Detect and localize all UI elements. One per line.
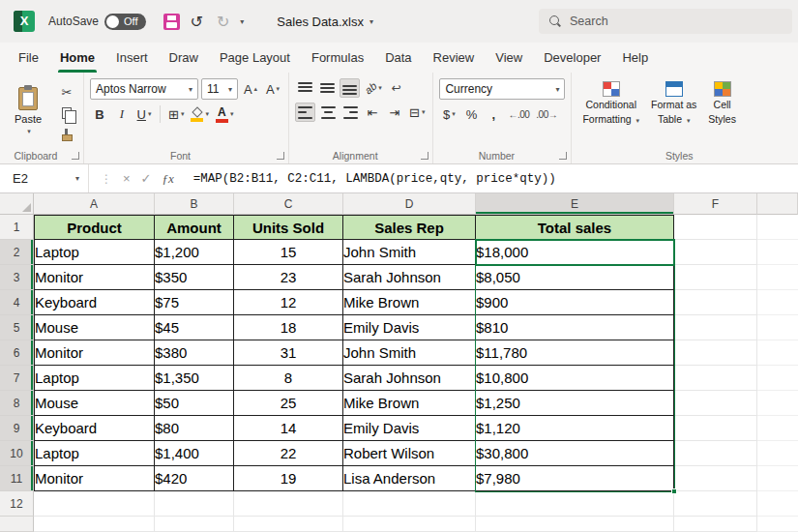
cell[interactable]	[674, 340, 757, 366]
cell[interactable]	[674, 441, 757, 466]
fill-handle[interactable]	[671, 488, 677, 494]
cell[interactable]: 14	[234, 416, 343, 441]
column-header-d[interactable]: D	[343, 193, 476, 215]
cell[interactable]: $80	[155, 416, 234, 441]
cell[interactable]: $1,200	[155, 240, 234, 265]
cell[interactable]: 12	[234, 290, 343, 315]
cell[interactable]: Keyboard	[34, 290, 155, 315]
cell[interactable]: $380	[155, 340, 234, 366]
cell[interactable]: 8	[234, 366, 343, 391]
decrease-indent-button[interactable]: ⇤	[363, 103, 382, 122]
cell[interactable]	[234, 491, 343, 517]
paste-button[interactable]: Paste ▾	[6, 78, 50, 144]
row-header[interactable]: 9	[0, 416, 34, 441]
cell[interactable]: Laptop	[34, 240, 155, 265]
cell[interactable]	[757, 517, 798, 532]
cell[interactable]	[155, 491, 234, 517]
undo-icon[interactable]: ↺	[188, 13, 206, 31]
cell[interactable]: $1,250	[476, 391, 674, 416]
cell[interactable]: Sarah Johnson	[343, 366, 476, 391]
underline-button[interactable]: U▾	[134, 104, 154, 124]
formula-input[interactable]: =MAP(B2:B11, C2:C11, LAMBDA(price,qty, p…	[186, 172, 556, 186]
row-header[interactable]	[0, 517, 34, 532]
cell[interactable]	[757, 240, 798, 265]
row-header[interactable]: 5	[0, 315, 34, 340]
cell[interactable]: Mouse	[34, 391, 155, 416]
cell[interactable]	[757, 441, 798, 466]
row-header[interactable]: 10	[0, 441, 34, 466]
accounting-format-button[interactable]: $▾	[439, 104, 458, 124]
tab-insert[interactable]: Insert	[105, 43, 159, 73]
cell[interactable]: $7,980	[476, 466, 674, 491]
bold-button[interactable]: B	[90, 104, 109, 124]
row-header[interactable]: 7	[0, 366, 34, 391]
redo-icon[interactable]: ↻	[214, 13, 232, 31]
cell[interactable]	[34, 491, 155, 517]
cell[interactable]: Monitor	[34, 466, 155, 491]
cell[interactable]: Total sales	[476, 215, 674, 240]
align-right-button[interactable]	[340, 103, 360, 122]
cell[interactable]	[674, 491, 757, 517]
cell[interactable]	[757, 366, 798, 391]
excel-app-icon[interactable]: X	[14, 11, 35, 32]
cell[interactable]: 25	[234, 391, 343, 416]
cell[interactable]: Units Sold	[234, 215, 343, 240]
search-box[interactable]: Search	[539, 9, 792, 34]
cell[interactable]: 23	[234, 265, 343, 290]
cell[interactable]: $8,050	[476, 265, 674, 290]
merge-center-button[interactable]: ⊟▾	[407, 103, 427, 122]
tab-review[interactable]: Review	[423, 43, 486, 73]
fill-color-button[interactable]: ▾	[189, 104, 211, 124]
borders-button[interactable]: ⊞▾	[166, 104, 186, 124]
cell[interactable]	[674, 466, 757, 491]
cell-styles-button[interactable]: Cell Styles	[703, 78, 741, 128]
autosave-toggle[interactable]: Off	[104, 14, 145, 30]
column-header-b[interactable]: B	[155, 193, 234, 215]
cell[interactable]	[476, 491, 674, 517]
tab-view[interactable]: View	[485, 43, 533, 73]
cell[interactable]: $420	[155, 466, 234, 491]
cell[interactable]	[674, 517, 757, 532]
column-header-partial[interactable]	[757, 193, 798, 215]
align-left-button[interactable]	[295, 103, 315, 122]
drag-handle-icon[interactable]: ⋮	[101, 172, 112, 186]
cell[interactable]: $900	[476, 290, 674, 315]
cell[interactable]	[155, 517, 234, 532]
cell[interactable]	[476, 517, 674, 532]
cell[interactable]: $10,800	[476, 366, 674, 391]
cell[interactable]: $30,800	[476, 441, 674, 466]
tab-help[interactable]: Help	[611, 43, 659, 73]
dialog-launcher-icon[interactable]	[72, 152, 79, 160]
cell[interactable]: $1,350	[155, 366, 234, 391]
align-bottom-button[interactable]	[340, 78, 360, 98]
save-icon[interactable]	[163, 14, 180, 30]
row-header[interactable]: 11	[0, 466, 34, 491]
row-header[interactable]: 2	[0, 240, 34, 265]
row-header[interactable]: 4	[0, 290, 34, 315]
tab-file[interactable]: File	[8, 43, 49, 73]
cell[interactable]	[234, 517, 343, 532]
tab-page-layout[interactable]: Page Layout	[209, 43, 301, 73]
cell[interactable]: Amount	[155, 215, 234, 240]
cell[interactable]: Laptop	[34, 441, 155, 466]
cell[interactable]: Product	[34, 215, 155, 240]
cell[interactable]	[674, 315, 757, 340]
cell[interactable]: $1,400	[155, 441, 234, 466]
format-painter-button[interactable]	[56, 126, 77, 143]
cell[interactable]: Emily Davis	[343, 416, 476, 441]
row-header[interactable]: 6	[0, 340, 34, 366]
cell[interactable]: $75	[155, 290, 234, 315]
cell[interactable]: Mike Brown	[343, 290, 476, 315]
cell[interactable]: 31	[234, 340, 343, 366]
cell[interactable]: $45	[155, 315, 234, 340]
tab-data[interactable]: Data	[374, 43, 422, 73]
cell[interactable]: John Smith	[343, 340, 476, 366]
align-top-button[interactable]	[295, 78, 314, 98]
tab-formulas[interactable]: Formulas	[301, 43, 374, 73]
cell[interactable]: Mouse	[34, 315, 155, 340]
cell[interactable]	[757, 315, 798, 340]
cell[interactable]	[757, 391, 798, 416]
cell[interactable]	[674, 215, 757, 240]
column-header-e[interactable]: E	[476, 193, 674, 215]
cell[interactable]	[757, 491, 798, 517]
